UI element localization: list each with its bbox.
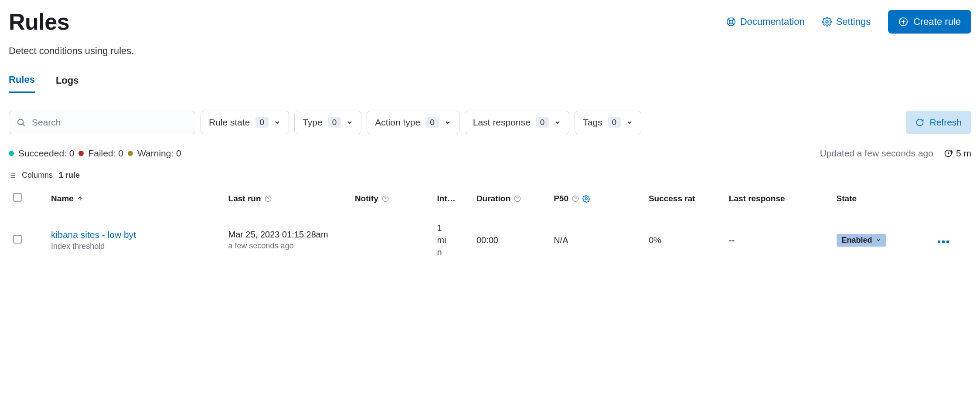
failed-count: Failed: 0 [88, 148, 123, 159]
refresh-label: Refresh [929, 117, 962, 128]
gear-icon [822, 17, 832, 27]
col-name[interactable]: Name [47, 188, 224, 212]
filter-type-label: Type [303, 117, 323, 128]
header-actions: Documentation Settings Create rule [726, 10, 971, 34]
status-row: Succeeded: 0 Failed: 0 Warning: 0 Update… [9, 148, 971, 159]
svg-line-4 [732, 19, 734, 20]
help-icon [382, 195, 389, 202]
svg-line-2 [728, 19, 730, 20]
filter-bar: Rule state 0 Type 0 Action type 0 Last r… [9, 111, 971, 134]
state-label: Enabled [842, 236, 872, 245]
filter-last-response[interactable]: Last response 0 [465, 111, 570, 134]
dot-failed-icon [78, 151, 84, 156]
col-p50[interactable]: P50 [549, 188, 644, 212]
col-success-rate[interactable]: Success rat [644, 188, 725, 212]
filter-last-response-count: 0 [536, 117, 549, 128]
help-icon [514, 195, 521, 202]
filter-type[interactable]: Type 0 [294, 111, 361, 134]
documentation-link[interactable]: Documentation [726, 16, 805, 27]
col-duration[interactable]: Duration [472, 188, 549, 212]
filter-tags-label: Tags [583, 117, 602, 128]
filter-action-type-label: Action type [375, 117, 420, 128]
dot-succeeded-icon [9, 151, 14, 156]
row-actions-button[interactable] [938, 241, 949, 243]
tabs: Rules Logs [9, 74, 971, 93]
select-all-checkbox[interactable] [13, 193, 22, 202]
filter-tags[interactable]: Tags 0 [575, 111, 641, 134]
plus-circle-icon [898, 17, 908, 27]
svg-point-28 [585, 197, 588, 200]
refresh-button[interactable]: Refresh [906, 111, 971, 134]
rule-count: 1 rule [59, 171, 80, 180]
cell-interval: 1 min [433, 212, 472, 268]
last-run-relative: a few seconds ago [228, 241, 346, 251]
table-tools: Columns 1 rule [9, 171, 971, 180]
refresh-icon [915, 118, 924, 127]
updated-label: Updated a few seconds ago [820, 148, 933, 159]
search-icon [16, 118, 26, 127]
dot-warning-icon [128, 151, 133, 156]
page-subtitle: Detect conditions using rules. [9, 45, 971, 57]
page-header: Rules Documentation Settings Create rule [9, 9, 971, 35]
chevron-down-icon [626, 119, 633, 126]
col-name-label: Name [51, 194, 74, 203]
settings-link[interactable]: Settings [822, 16, 871, 27]
svg-point-1 [729, 20, 732, 23]
cell-duration: 00:00 [472, 212, 549, 268]
columns-button[interactable]: Columns [22, 171, 53, 180]
row-checkbox[interactable] [13, 235, 22, 244]
col-notify[interactable]: Notify [350, 188, 433, 212]
col-checkbox [9, 188, 47, 212]
filter-rule-state-label: Rule state [209, 117, 250, 128]
col-last-run-label: Last run [228, 194, 261, 203]
create-rule-label: Create rule [913, 16, 961, 27]
rule-name-link[interactable]: kibana sites - low byt [51, 230, 219, 240]
col-success-rate-label: Success rat [649, 194, 695, 203]
auto-refresh-interval[interactable]: 5 m [944, 148, 971, 159]
filter-rule-state[interactable]: Rule state 0 [201, 111, 289, 134]
search-box[interactable] [9, 111, 195, 134]
col-interval-label: Int… [437, 194, 456, 203]
chevron-down-icon [346, 119, 353, 126]
settings-label: Settings [836, 16, 871, 27]
svg-line-3 [732, 23, 734, 25]
succeeded-count: Succeeded: 0 [18, 148, 74, 159]
tab-logs[interactable]: Logs [56, 74, 79, 93]
col-p50-label: P50 [554, 194, 568, 203]
svg-line-11 [23, 124, 25, 126]
chevron-down-icon [444, 119, 451, 126]
documentation-label: Documentation [740, 16, 805, 27]
sort-asc-icon [77, 196, 83, 202]
col-state[interactable]: State [832, 188, 933, 212]
table-row: kibana sites - low byt Index threshold M… [9, 212, 971, 268]
filter-rule-state-count: 0 [255, 117, 269, 128]
filter-last-response-label: Last response [473, 117, 531, 128]
col-last-response[interactable]: Last response [725, 188, 832, 212]
status-counts: Succeeded: 0 Failed: 0 Warning: 0 [9, 148, 181, 159]
columns-icon [9, 172, 16, 179]
cell-notify [350, 212, 433, 268]
filter-tags-count: 0 [608, 117, 621, 128]
filter-action-type[interactable]: Action type 0 [367, 111, 459, 134]
col-duration-label: Duration [476, 194, 510, 203]
col-last-response-label: Last response [729, 194, 785, 203]
svg-line-5 [728, 23, 730, 25]
search-input[interactable] [32, 117, 188, 128]
warning-count: Warning: 0 [137, 148, 181, 159]
lifebuoy-icon [726, 17, 736, 27]
clock-refresh-icon [944, 149, 953, 158]
rules-table: Name Last run Notify Int… [9, 188, 971, 268]
table-header-row: Name Last run Notify Int… [9, 188, 971, 212]
col-last-run[interactable]: Last run [224, 188, 350, 212]
state-badge[interactable]: Enabled [837, 234, 886, 247]
gear-icon[interactable] [582, 195, 590, 203]
col-interval[interactable]: Int… [433, 188, 472, 212]
chevron-down-icon [274, 119, 281, 126]
filter-type-count: 0 [328, 117, 341, 128]
page-title: Rules [9, 9, 69, 35]
interval-value: 5 m [956, 148, 971, 159]
create-rule-button[interactable]: Create rule [888, 10, 971, 34]
tab-rules[interactable]: Rules [9, 74, 35, 93]
col-state-label: State [837, 194, 857, 203]
help-icon [572, 195, 579, 202]
